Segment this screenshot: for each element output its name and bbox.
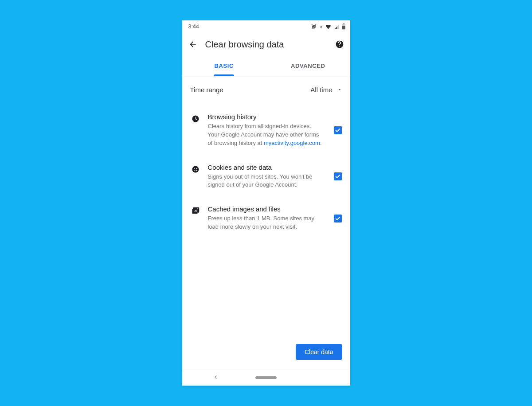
option-cookies[interactable]: Cookies and site data Signs you out of m… bbox=[182, 156, 350, 198]
signal-icon bbox=[334, 24, 340, 30]
time-range-label: Time range bbox=[190, 86, 311, 94]
tab-basic-label: BASIC bbox=[215, 62, 234, 69]
svg-point-5 bbox=[192, 166, 199, 172]
options-list: Browsing history Clears history from all… bbox=[182, 103, 350, 241]
clear-data-button[interactable]: Clear data bbox=[296, 344, 342, 360]
image-stack-icon bbox=[189, 205, 202, 231]
time-range-dropdown[interactable]: Time range All time bbox=[182, 76, 350, 103]
option-cached[interactable]: Cached images and files Frees up less th… bbox=[182, 197, 350, 239]
time-range-value: All time bbox=[310, 86, 332, 94]
nav-back-icon[interactable] bbox=[213, 374, 219, 382]
svg-point-6 bbox=[194, 168, 195, 168]
nav-pill[interactable] bbox=[255, 376, 277, 379]
help-icon[interactable] bbox=[335, 40, 344, 49]
tab-advanced-label: ADVANCED bbox=[291, 62, 325, 69]
phone-frame: 3:44 Clear browsing data BASIC bbox=[182, 20, 350, 386]
option-browsing-history[interactable]: Browsing history Clears history from all… bbox=[182, 105, 350, 156]
option-description: Frees up less than 1 MB. Some sites may … bbox=[208, 215, 324, 231]
cookie-icon bbox=[189, 164, 202, 190]
svg-rect-0 bbox=[343, 23, 344, 24]
status-bar: 3:44 bbox=[182, 20, 350, 33]
svg-rect-12 bbox=[193, 208, 199, 213]
clock-icon bbox=[189, 113, 202, 148]
action-row: Clear data bbox=[182, 344, 350, 369]
page-title: Clear browsing data bbox=[205, 39, 327, 50]
svg-point-13 bbox=[197, 208, 198, 209]
svg-rect-2 bbox=[342, 26, 345, 30]
option-description: Clears history from all signed-in device… bbox=[208, 122, 324, 148]
status-icons bbox=[311, 23, 346, 30]
myactivity-link[interactable]: myactivity.google.com bbox=[264, 140, 320, 146]
bluetooth-icon bbox=[319, 24, 323, 30]
svg-point-8 bbox=[194, 170, 195, 171]
option-title: Cookies and site data bbox=[208, 164, 324, 171]
tab-advanced[interactable]: ADVANCED bbox=[266, 56, 350, 76]
option-description: Signs you out of most sites. You won't b… bbox=[208, 173, 324, 190]
checkbox-cached[interactable] bbox=[334, 215, 342, 223]
wifi-icon bbox=[325, 24, 332, 30]
svg-point-7 bbox=[196, 168, 197, 169]
checkbox-browsing-history[interactable] bbox=[334, 126, 342, 134]
app-bar: Clear browsing data bbox=[182, 33, 350, 56]
back-arrow-icon[interactable] bbox=[188, 40, 197, 49]
tab-basic[interactable]: BASIC bbox=[182, 56, 266, 76]
chevron-down-icon bbox=[337, 86, 342, 94]
system-nav-bar bbox=[182, 369, 350, 386]
svg-point-9 bbox=[196, 170, 197, 171]
option-title: Cached images and files bbox=[208, 205, 324, 213]
status-time: 3:44 bbox=[188, 23, 199, 30]
option-title: Browsing history bbox=[208, 113, 324, 121]
battery-icon bbox=[342, 23, 346, 30]
tabs: BASIC ADVANCED bbox=[182, 56, 350, 76]
alarm-off-icon bbox=[311, 23, 317, 30]
checkbox-cookies[interactable] bbox=[334, 172, 342, 180]
